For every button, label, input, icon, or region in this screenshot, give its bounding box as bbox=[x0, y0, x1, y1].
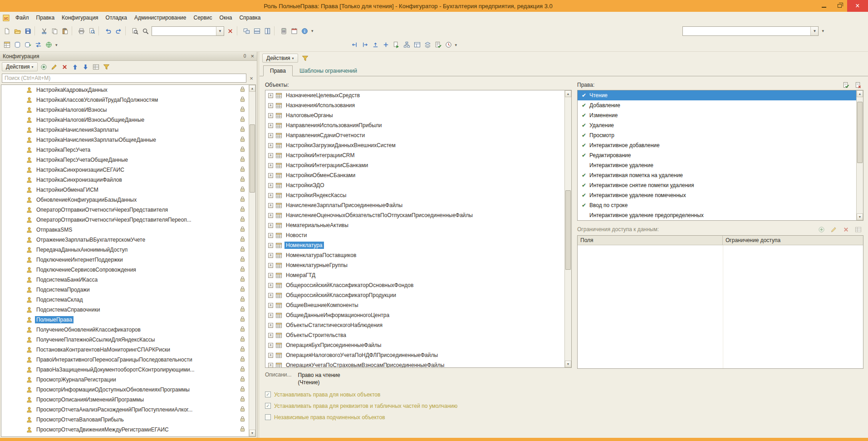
config-tree-item[interactable]: ОбновлениеКонфигурацииБазыДанных bbox=[1, 195, 249, 205]
filter-button[interactable] bbox=[300, 53, 310, 63]
expand-icon[interactable]: + bbox=[268, 133, 273, 138]
copy-button[interactable] bbox=[49, 26, 60, 36]
scroll-down-icon[interactable]: ▼ bbox=[249, 430, 255, 436]
config-tree-item[interactable]: НастройкаПерсУчета bbox=[1, 145, 249, 155]
funnel-button[interactable] bbox=[101, 62, 112, 72]
save-button[interactable] bbox=[23, 26, 33, 36]
object-item[interactable]: +ОбщиеДанныеИнформационногоЦентра bbox=[265, 310, 564, 320]
info-button[interactable]: i bbox=[299, 26, 310, 36]
objects-scrollbar[interactable]: ▲ ▼ bbox=[564, 90, 571, 367]
expand-icon[interactable]: + bbox=[268, 263, 273, 268]
object-item[interactable]: +ОбщероссийскийКлассификаторПродукции bbox=[265, 290, 564, 300]
config-tree-item[interactable]: ПодсистемаСклад bbox=[1, 295, 249, 305]
object-item[interactable]: +НаправленияСдачиОтчетности bbox=[265, 130, 564, 140]
plus-circle-button[interactable] bbox=[39, 62, 49, 72]
expand-icon[interactable]: + bbox=[268, 353, 273, 358]
clear-all-rights-button[interactable] bbox=[853, 80, 863, 90]
redo-button[interactable] bbox=[113, 26, 124, 36]
expand-icon[interactable]: + bbox=[268, 183, 273, 188]
delete-x-button[interactable] bbox=[59, 62, 70, 72]
right-item[interactable]: Интерактивное удаление предопределенных bbox=[578, 210, 856, 220]
config-tree-item[interactable]: НастройкаПерсУчетаОбщиеДанные bbox=[1, 155, 249, 165]
object-item[interactable]: +НомераГТД bbox=[265, 270, 564, 280]
proc-next-button[interactable] bbox=[360, 40, 370, 50]
right-item[interactable]: ✔Просмотр bbox=[578, 130, 856, 140]
scroll-down-icon[interactable]: ▼ bbox=[565, 361, 571, 367]
config-tree-item[interactable]: ПолучениеПлатежнойСсылкиДляЯндексКассы bbox=[1, 335, 249, 345]
expand-icon[interactable]: + bbox=[268, 233, 273, 238]
add-restriction-button[interactable] bbox=[816, 224, 827, 234]
expand-icon[interactable]: + bbox=[268, 193, 273, 198]
expand-icon[interactable]: + bbox=[268, 213, 273, 218]
restriction-table-button[interactable] bbox=[853, 224, 863, 234]
expand-icon[interactable]: + bbox=[268, 113, 273, 118]
proc-prev-button[interactable] bbox=[349, 40, 360, 50]
menu-окна[interactable]: Окна bbox=[216, 13, 236, 23]
undo-button[interactable] bbox=[103, 26, 113, 36]
expand-icon[interactable]: + bbox=[268, 153, 273, 158]
menu-администрирование[interactable]: Администрирование bbox=[131, 13, 190, 23]
right-item[interactable]: ✔Ввод по строке bbox=[578, 200, 856, 210]
expand-icon[interactable]: + bbox=[268, 123, 273, 128]
scroll-up-icon[interactable]: ▲ bbox=[249, 85, 255, 92]
combo-dropdown-icon[interactable]: ▼ bbox=[216, 27, 224, 35]
config-tree-item[interactable]: ПросмотрОписанияИзмененийПрограммы bbox=[1, 395, 249, 405]
right-item[interactable]: ✔Чтение bbox=[578, 90, 856, 100]
config-tree-item[interactable]: ОператорОтправкиОтчетностиЧерезПредстави… bbox=[1, 205, 249, 215]
tab-restriction-templates[interactable]: Шаблоны ограничений bbox=[293, 65, 364, 76]
object-item[interactable]: +НазначениеЦелевыхСредств bbox=[265, 90, 564, 100]
object-item[interactable]: +НастройкиЗагрузкиДанныхВнешнихСистем bbox=[265, 140, 564, 150]
scroll-up-icon[interactable]: ▲ bbox=[857, 90, 863, 97]
menu-конфигурация[interactable]: Конфигурация bbox=[58, 13, 102, 23]
object-item[interactable]: +ОбъектыСтатистическогоНаблюдения bbox=[265, 320, 564, 330]
menu-справка[interactable]: Справка bbox=[235, 13, 264, 23]
object-item[interactable]: +ОперацияНалоговогоУчетаПоНДФЛПрисоедине… bbox=[265, 350, 564, 360]
expand-icon[interactable]: + bbox=[268, 173, 273, 178]
config-tree-item[interactable]: ПравоНаЗащищенныйДокументооборотСКонтрол… bbox=[1, 365, 249, 375]
config-tree-item[interactable]: ПросмотрИнформацииОДоступныхОбновленияхП… bbox=[1, 385, 249, 395]
panel-close-icon[interactable]: × bbox=[250, 53, 254, 59]
scroll-thumb[interactable] bbox=[857, 102, 863, 163]
menu-отладка[interactable]: Отладка bbox=[102, 13, 131, 23]
search-input[interactable] bbox=[2, 74, 246, 83]
config-tree-item[interactable]: ПодсистемаСправочники bbox=[1, 305, 249, 315]
config-tree-item[interactable]: ПодключениеСервисовСопровождения bbox=[1, 265, 249, 275]
config-tree-item[interactable]: НастройкаСинхронизацииФайлов bbox=[1, 175, 249, 185]
object-item[interactable]: +ОбщероссийскийКлассификаторОсновныхФонд… bbox=[265, 280, 564, 290]
new-doc-button[interactable] bbox=[2, 26, 12, 36]
object-item[interactable]: +НастройкиЭДО bbox=[265, 180, 564, 190]
calculator-button[interactable] bbox=[279, 26, 289, 36]
scroll-thumb[interactable] bbox=[565, 190, 571, 270]
config-tree-item[interactable]: ПодключениеИнтернетПоддержки bbox=[1, 255, 249, 265]
object-item[interactable]: +НачислениеЗарплатыПрисоединенныеФайлы bbox=[265, 200, 564, 210]
module-check-button[interactable] bbox=[433, 40, 443, 50]
config-tree-item[interactable]: НастройкаНачисленияЗарплаты bbox=[1, 125, 249, 135]
open-windows-combobox[interactable]: ▼ bbox=[682, 26, 819, 36]
expand-icon[interactable]: + bbox=[268, 343, 273, 348]
expand-icon[interactable]: + bbox=[268, 253, 273, 258]
object-item[interactable]: +НоменклатураПоставщиков bbox=[265, 250, 564, 260]
toolbar-overflow-icon[interactable]: ▾ bbox=[820, 29, 825, 33]
expand-icon[interactable]: + bbox=[268, 323, 273, 328]
object-item[interactable]: +НастройкиИнтеграцииСБанками bbox=[265, 160, 564, 170]
proc-add-button[interactable] bbox=[381, 40, 391, 50]
find-doc-button[interactable] bbox=[130, 26, 140, 36]
windows-v-button[interactable] bbox=[262, 26, 273, 36]
windows-h-button[interactable] bbox=[252, 26, 262, 36]
menu-правка[interactable]: Правка bbox=[33, 13, 59, 23]
clear-find-button[interactable] bbox=[225, 26, 235, 36]
object-item[interactable]: +НаправленияИспользованияПрибыли bbox=[265, 120, 564, 130]
object-item[interactable]: +ОперацияУчетаПоСтраховымВзносамПрисоеди… bbox=[265, 360, 564, 367]
right-item[interactable]: ✔Интерактивное добавление bbox=[578, 140, 856, 150]
expand-icon[interactable]: + bbox=[268, 163, 273, 168]
expand-icon[interactable]: + bbox=[268, 363, 273, 368]
config-tree-item[interactable]: ПодсистемаПродажи bbox=[1, 285, 249, 295]
toolbar-overflow-icon[interactable]: ▾ bbox=[454, 43, 459, 47]
preview-button[interactable] bbox=[87, 26, 97, 36]
quick-find-combobox[interactable]: ▼ bbox=[152, 26, 224, 36]
paste-button[interactable] bbox=[60, 26, 70, 36]
right-item[interactable]: ✔Интерактивное удаление помеченных bbox=[578, 190, 856, 200]
object-item[interactable]: +НалоговыеОрганы bbox=[265, 110, 564, 120]
config-tree-item[interactable]: ПравоИнтерактивногоПереносаГраницыПослед… bbox=[1, 355, 249, 365]
config-tree-item[interactable]: НастройкаНалоговИВзносы bbox=[1, 105, 249, 115]
